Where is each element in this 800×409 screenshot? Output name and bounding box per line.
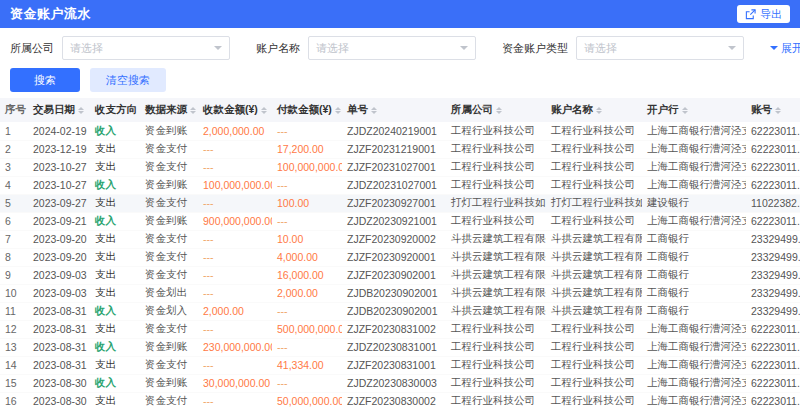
cell-company: 斗拱云建筑工程有限公司: [446, 248, 546, 266]
filter-company: 所属公司 请选择: [10, 36, 230, 60]
cell-receipt: ---: [198, 230, 272, 248]
cell-direction: 收入: [90, 212, 140, 230]
cell-source: 资金支付: [140, 356, 198, 374]
column-header-number[interactable]: 账号: [746, 98, 800, 122]
cell-no: 10: [0, 284, 28, 302]
cell-payment: 4,000.00: [272, 248, 342, 266]
column-header-order[interactable]: 单号: [342, 98, 446, 122]
cell-no: 15: [0, 374, 28, 392]
sort-icon[interactable]: [596, 104, 602, 117]
sort-icon[interactable]: [682, 104, 688, 117]
cell-company: 工程行业科技公司: [446, 356, 546, 374]
cell-company: 斗拱云建筑工程有限公司: [446, 302, 546, 320]
cell-account: 斗拱云建筑工程有限公司: [546, 248, 642, 266]
cell-account: 斗拱云建筑工程有限公司: [546, 284, 642, 302]
column-header-payment[interactable]: 付款金额(¥): [272, 98, 342, 122]
expand-filter-link[interactable]: 展开筛选: [770, 41, 800, 56]
table-row[interactable]: 52023-09-27支出资金支付---100.00ZJZF2023092700…: [0, 194, 800, 212]
cell-order: ZJZF20231027001: [342, 158, 446, 176]
column-header-direction[interactable]: 收支方向: [90, 98, 140, 122]
sort-icon[interactable]: [775, 104, 781, 117]
cell-source: 资金到账: [140, 338, 198, 356]
company-select-placeholder: 请选择: [70, 41, 103, 56]
cell-date: 2023-09-03: [28, 284, 90, 302]
column-header-company[interactable]: 所属公司: [446, 98, 546, 122]
cell-company: 工程行业科技公司: [446, 176, 546, 194]
cell-receipt: 30,000,000.00: [198, 374, 272, 392]
cell-source: 资金支付: [140, 392, 198, 409]
cell-company: 工程行业科技公司: [446, 320, 546, 338]
cell-date: 2023-08-30: [28, 392, 90, 409]
cell-account: 工程行业科技公司: [546, 356, 642, 374]
column-label: 交易日期: [33, 103, 75, 115]
table-row[interactable]: 82023-09-20支出资金支付---4,000.00ZJZF20230920…: [0, 248, 800, 266]
cell-receipt: ---: [198, 158, 272, 176]
cell-receipt: 2,000,000.00: [198, 122, 272, 140]
table-row[interactable]: 122023-08-31支出资金支付---500,000,000.00ZJZF2…: [0, 320, 800, 338]
cell-number: 62223011...: [746, 122, 800, 140]
table-row[interactable]: 162023-08-30支出资金支付---50,000,000.00ZJZF20…: [0, 392, 800, 409]
search-button[interactable]: 搜索: [10, 68, 80, 92]
cell-source: 资金到账: [140, 374, 198, 392]
cell-direction: 支出: [90, 158, 140, 176]
cell-company: 工程行业科技公司: [446, 122, 546, 140]
table-row[interactable]: 112023-08-31收入资金划入2,000.00---ZJDB2023090…: [0, 302, 800, 320]
export-button[interactable]: 导出: [737, 5, 790, 23]
cell-order: ZJDZ20230921001: [342, 212, 446, 230]
sort-icon[interactable]: [78, 104, 84, 117]
company-select[interactable]: 请选择: [62, 36, 230, 60]
table-row[interactable]: 62023-09-21收入资金到账900,000,000.00---ZJDZ20…: [0, 212, 800, 230]
account-type-select[interactable]: 请选择: [576, 36, 744, 60]
cell-number: 23329499...: [746, 230, 800, 248]
cell-company: 斗拱云建筑工程有限公司: [446, 230, 546, 248]
sort-icon[interactable]: [371, 104, 377, 117]
cell-source: 资金到账: [140, 122, 198, 140]
cell-account: 斗拱云建筑工程有限公司: [546, 302, 642, 320]
cell-direction: 支出: [90, 284, 140, 302]
cell-number: 62223011...: [746, 374, 800, 392]
table-row[interactable]: 142023-08-31支出资金支付---41,334.00ZJZF202308…: [0, 356, 800, 374]
cell-source: 资金支付: [140, 248, 198, 266]
column-label: 开户行: [647, 103, 679, 115]
cell-payment: ---: [272, 374, 342, 392]
cell-date: 2023-10-27: [28, 158, 90, 176]
column-header-account[interactable]: 账户名称: [546, 98, 642, 122]
column-label: 单号: [347, 103, 368, 115]
cell-no: 3: [0, 158, 28, 176]
cell-date: 2023-09-03: [28, 266, 90, 284]
cell-direction: 支出: [90, 356, 140, 374]
table-row[interactable]: 132023-08-31收入资金到账230,000,000.00---ZJDZ2…: [0, 338, 800, 356]
table-row[interactable]: 42023-10-27收入资金到账100,000,000.00---ZJDZ20…: [0, 176, 800, 194]
cell-bank: 上海工商银行漕河泾支行: [642, 176, 746, 194]
table-row[interactable]: 32023-10-27支出资金支付---100,000,000.00ZJZF20…: [0, 158, 800, 176]
table-row[interactable]: 72023-09-20支出资金支付---10.00ZJZF20230920002…: [0, 230, 800, 248]
column-label: 收款金额(¥): [203, 103, 258, 115]
sort-icon[interactable]: [261, 104, 267, 117]
cell-bank: 工商银行: [642, 230, 746, 248]
column-header-bank[interactable]: 开户行: [642, 98, 746, 122]
cell-order: ZJZF20230902001: [342, 266, 446, 284]
filter-account: 账户名称 请选择: [256, 36, 476, 60]
table-row[interactable]: 12024-02-19收入资金到账2,000,000.00---ZJDZ2024…: [0, 122, 800, 140]
column-header-source[interactable]: 数据来源: [140, 98, 198, 122]
chevron-down-icon: [770, 46, 778, 54]
table-row[interactable]: 92023-09-03支出资金支付---16,000.00ZJZF2023090…: [0, 266, 800, 284]
sort-icon[interactable]: [496, 104, 502, 117]
cell-payment: 2,000.00: [272, 284, 342, 302]
cell-no: 6: [0, 212, 28, 230]
cell-account: 工程行业科技公司: [546, 176, 642, 194]
account-select[interactable]: 请选择: [308, 36, 476, 60]
cell-number: 62223011...: [746, 392, 800, 409]
table-row[interactable]: 102023-09-03支出资金划出---2,000.00ZJDB2023090…: [0, 284, 800, 302]
clear-search-button[interactable]: 清空搜索: [90, 68, 166, 92]
table-row[interactable]: 152023-08-30收入资金到账30,000,000.00---ZJDZ20…: [0, 374, 800, 392]
cell-date: 2023-08-31: [28, 320, 90, 338]
sort-icon[interactable]: [190, 104, 196, 117]
table-row[interactable]: 22023-12-19支出资金支付---17,200.00ZJZF2023121…: [0, 140, 800, 158]
sort-icon[interactable]: [335, 104, 341, 117]
column-header-date[interactable]: 交易日期: [28, 98, 90, 122]
column-header-receipt[interactable]: 收款金额(¥): [198, 98, 272, 122]
cell-order: ZJZF20230927001: [342, 194, 446, 212]
cell-payment: 100,000,000.00: [272, 158, 342, 176]
cell-payment: 500,000,000.00: [272, 320, 342, 338]
